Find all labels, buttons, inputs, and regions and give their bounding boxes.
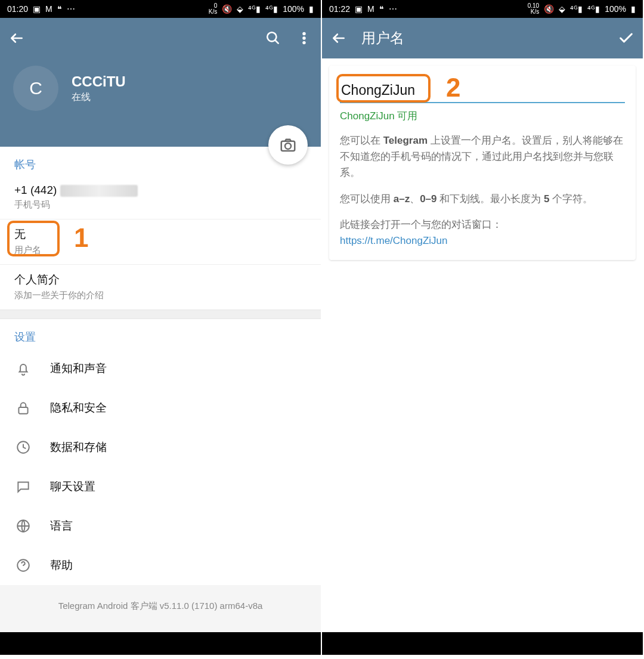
screen-settings: 01:20 ▣ M ❝ ⋯ 0K/s 🔇 ⬙ ⁴ᴳ▮ ⁴ᴳ▮ 100% ▮ [0,0,322,655]
camera-button[interactable] [268,125,308,165]
settings-notifications[interactable]: 通知和声音 [0,349,321,388]
more-icon: ⋯ [67,4,75,14]
section-divider [0,310,321,319]
username-input[interactable] [340,79,625,103]
toolbar [0,18,321,58]
mute-icon: 🔇 [222,4,232,14]
chat-icon [14,478,32,496]
phone-value: +1 (442) [14,184,306,197]
status-bar: 01:20 ▣ M ❝ ⋯ 0K/s 🔇 ⬙ ⁴ᴳ▮ ⁴ᴳ▮ 100% ▮ [0,0,321,18]
annotation-2: 2 [446,73,460,103]
avatar[interactable]: C [13,66,58,111]
wifi-icon: ⬙ [559,4,565,14]
settings-label: 数据和存储 [50,440,107,455]
mail-icon: M [45,4,52,14]
lock-icon [14,399,32,417]
settings-label: 隐私和安全 [50,400,107,416]
settings-section: 设置 通知和声音 隐私和安全 数据和存储 聊天设置 语言 [0,319,321,585]
toolbar: 用户名 [322,18,643,58]
back-icon[interactable] [8,30,25,47]
username-card: 2 ChongZiJun 可用 您可以在 Telegram 上设置一个用户名。设… [329,66,636,260]
username-row[interactable]: 1 无 用户名 [0,219,321,265]
username-description-1: 您可以在 Telegram 上设置一个用户名。设置后，别人将能够在不知道您的手机… [340,132,625,181]
svg-point-5 [285,143,291,149]
username-description-2: 您可以使用 a–z、0–9 和下划线。最小长度为 5 个字符。 [340,191,625,207]
bio-row[interactable]: 个人简介 添加一些关于你的介绍 [0,265,321,310]
signal-4g-icon: ⁴ᴳ▮ [570,4,583,14]
settings-label: 帮助 [50,558,73,573]
wifi-icon: ⬙ [237,4,243,14]
settings-data[interactable]: 数据和存储 [0,428,321,467]
account-section: 帐号 +1 (442) 手机号码 1 无 用户名 个人简介 添加一些关于你的介绍 [0,147,321,310]
section-header-settings: 设置 [0,319,321,349]
profile-header: C CCCiTU 在线 [0,58,321,147]
image-icon: ▣ [355,4,363,14]
settings-privacy[interactable]: 隐私和安全 [0,388,321,428]
mute-icon: 🔇 [544,4,554,14]
signal-4g-icon: ⁴ᴳ▮ [587,4,600,14]
svg-point-3 [303,41,305,44]
username-value: 无 [14,227,237,242]
phone-label: 手机号码 [14,199,306,211]
nav-bar [322,632,643,655]
username-label: 用户名 [14,245,237,256]
battery-text: 100% [605,4,626,14]
confirm-icon[interactable] [618,30,634,47]
username-link[interactable]: https://t.me/ChongZiJun [340,235,447,246]
net-speed: 0K/s [209,3,217,15]
settings-help[interactable]: 帮助 [0,546,321,585]
svg-point-2 [303,37,305,39]
settings-label: 语言 [50,518,73,534]
profile-name: CCCiTU [72,73,126,90]
settings-language[interactable]: 语言 [0,506,321,546]
settings-label: 通知和声音 [50,361,107,376]
version-footer: Telegram Android 客户端 v5.11.0 (1710) arm6… [0,585,321,632]
settings-label: 聊天设置 [50,479,95,494]
search-icon[interactable] [265,30,281,47]
phone-row[interactable]: +1 (442) 手机号码 [0,177,321,219]
signal-4g-icon: ⁴ᴳ▮ [265,4,278,14]
svg-point-1 [303,32,305,35]
svg-rect-6 [18,407,27,414]
more-vert-icon[interactable] [296,30,312,47]
toolbar-title: 用户名 [361,29,603,48]
settings-chat[interactable]: 聊天设置 [0,467,321,506]
hangouts-icon: ❝ [57,4,62,14]
status-time: 01:22 [329,4,350,14]
status-bar: 01:22 ▣ M ❝ ⋯ 0.10K/s 🔇 ⬙ ⁴ᴳ▮ ⁴ᴳ▮ 100% ▮ [322,0,643,18]
battery-text: 100% [283,4,304,14]
net-speed: 0.10K/s [528,3,539,15]
image-icon: ▣ [33,4,41,14]
username-link-intro: 此链接会打开一个与您的对话窗口： [340,216,625,233]
back-icon[interactable] [330,30,347,47]
globe-icon [14,517,32,535]
redacted-phone [60,185,138,197]
screen-username: 01:22 ▣ M ❝ ⋯ 0.10K/s 🔇 ⬙ ⁴ᴳ▮ ⁴ᴳ▮ 100% ▮… [322,0,644,655]
clock-icon [14,438,32,456]
bio-value: 个人简介 [14,272,306,287]
annotation-1: 1 [74,223,88,253]
battery-icon: ▮ [631,4,636,14]
bell-icon [14,360,32,378]
bio-label: 添加一些关于你的介绍 [14,290,306,301]
username-available: ChongZiJun 可用 [340,109,625,123]
help-icon [14,556,32,574]
battery-icon: ▮ [309,4,314,14]
status-time: 01:20 [7,4,28,14]
signal-4g-icon: ⁴ᴳ▮ [248,4,261,14]
profile-status: 在线 [72,91,126,104]
more-icon: ⋯ [389,4,397,14]
mail-icon: M [367,4,374,14]
hangouts-icon: ❝ [379,4,384,14]
nav-bar [0,632,321,655]
